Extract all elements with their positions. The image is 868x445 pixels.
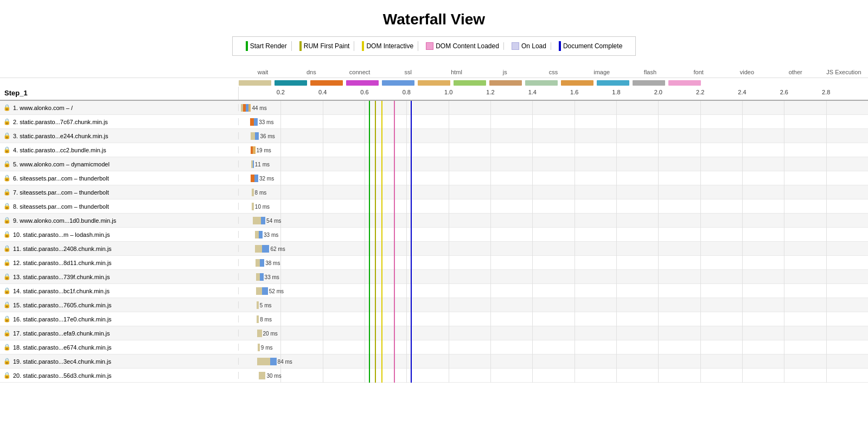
row-label-text: 16. static.parasto...17e0.chunk.min.js	[13, 316, 112, 323]
vertical-line-dom-content-loaded	[394, 101, 395, 115]
vertical-line-rum-first-paint	[375, 256, 376, 270]
vertical-line-dom-interactive	[381, 129, 382, 143]
vertical-line-dom-content-loaded	[394, 129, 395, 143]
table-row[interactable]: 🔒6. siteassets.par...com – thunderbolt32…	[0, 171, 868, 185]
grid-lines	[239, 129, 868, 143]
color-bar-2	[310, 80, 343, 86]
vertical-line-start-render	[369, 143, 370, 157]
grid-lines	[239, 115, 868, 129]
grid-lines	[239, 270, 868, 284]
row-label: 🔒2. static.parasto...7c67.chunk.min.js	[0, 118, 239, 125]
row-label: 🔒1. www.alonko.com – /	[0, 104, 239, 111]
vertical-line-document-complete	[411, 143, 412, 157]
table-row[interactable]: 🔒18. static.parasto...e674.chunk.min.js9…	[0, 340, 868, 354]
duration-label: 84 ms	[278, 358, 292, 364]
color-bar-3	[346, 80, 379, 86]
vertical-line-dom-interactive	[381, 185, 382, 199]
duration-label: 33 ms	[264, 231, 278, 237]
vertical-line-rum-first-paint	[375, 101, 376, 115]
table-row[interactable]: 🔒19. static.parasto...3ec4.chunk.min.js8…	[0, 354, 868, 369]
grid-lines	[239, 199, 868, 214]
duration-label: 44 ms	[252, 105, 266, 111]
table-row[interactable]: 🔒7. siteassets.par...com – thunderbolt8 …	[0, 185, 868, 199]
request-bar: 20 ms	[257, 330, 262, 337]
time-tick: 2.4	[738, 89, 746, 95]
vertical-line-dom-content-loaded	[394, 157, 395, 171]
color-bar-9	[561, 80, 593, 86]
table-row[interactable]: 🔒5. www.alonko.com – dynamicmodel11 ms	[0, 157, 868, 171]
timeline-cell: 38 ms	[239, 256, 868, 270]
request-bar: 9 ms	[258, 344, 260, 351]
duration-label: 33 ms	[265, 274, 279, 280]
vertical-line-dom-interactive	[381, 312, 382, 326]
table-row[interactable]: 🔒15. static.parasto...7605.chunk.min.js5…	[0, 298, 868, 312]
vertical-line-dom-interactive	[381, 298, 382, 312]
table-row[interactable]: 🔒1. www.alonko.com – /44 ms	[0, 101, 868, 115]
color-bar-4	[382, 80, 414, 86]
bar-segment	[251, 132, 255, 140]
vertical-line-dom-interactive	[381, 369, 382, 383]
bar-segment	[253, 160, 254, 168]
table-row[interactable]: 🔒8. siteassets.par...com – thunderbolt10…	[0, 199, 868, 214]
bar-segment	[252, 189, 254, 196]
row-label: 🔒7. siteassets.par...com – thunderbolt	[0, 189, 239, 196]
vertical-line-rum-first-paint	[375, 129, 376, 143]
time-tick: 1.4	[528, 89, 537, 95]
vertical-line-start-render	[369, 228, 370, 242]
vertical-line-dom-interactive	[381, 256, 382, 270]
vertical-line-dom-content-loaded	[394, 326, 395, 340]
timeline-cell: 11 ms	[239, 157, 868, 171]
column-headers: waitdnsconnectsslhtmljscssimageflashfont…	[0, 67, 868, 78]
table-row[interactable]: 🔒2. static.parasto...7c67.chunk.min.js33…	[0, 115, 868, 129]
table-row[interactable]: 🔒14. static.parasto...bc1f.chunk.min.js5…	[0, 284, 868, 298]
time-tick: 1.0	[444, 89, 452, 95]
resource-type-other: other	[771, 69, 820, 75]
resource-type-js-execution: JS Execution	[820, 69, 868, 75]
row-label: 🔒12. static.parasto...8d11.chunk.min.js	[0, 259, 239, 266]
bar-segment	[259, 372, 266, 379]
lock-icon: 🔒	[3, 146, 11, 153]
table-row[interactable]: 🔒3. static.parasto...e244.chunk.min.js36…	[0, 129, 868, 143]
vertical-line-document-complete	[411, 340, 412, 354]
timeline-cell: 20 ms	[239, 326, 868, 340]
grid-lines	[239, 340, 868, 354]
bar-segment	[262, 287, 268, 295]
row-label-text: 20. static.parasto...56d3.chunk.min.js	[13, 372, 112, 379]
duration-label: 11 ms	[255, 161, 270, 167]
color-bar-5	[418, 80, 450, 86]
bar-segment	[253, 217, 257, 224]
color-bar-0	[239, 80, 271, 86]
timeline-cell: 8 ms	[239, 185, 868, 199]
lock-icon: 🔒	[3, 330, 11, 337]
legend-label: Start Render	[250, 42, 287, 50]
vertical-line-rum-first-paint	[375, 228, 376, 242]
table-row[interactable]: 🔒17. static.parasto...efa9.chunk.min.js2…	[0, 326, 868, 340]
table-row[interactable]: 🔒16. static.parasto...17e0.chunk.min.js8…	[0, 312, 868, 326]
table-row[interactable]: 🔒9. www.alonko.com...1d0.bundle.min.js54…	[0, 214, 868, 228]
vertical-line-start-render	[369, 256, 370, 270]
table-row[interactable]: 🔒13. static.parasto...739f.chunk.min.js3…	[0, 270, 868, 284]
bar-segment	[255, 132, 259, 140]
vertical-line-dom-content-loaded	[394, 228, 395, 242]
table-row[interactable]: 🔒4. static.parasto...cc2.bundle.min.js19…	[0, 143, 868, 157]
lock-icon: 🔒	[3, 160, 11, 167]
table-row[interactable]: 🔒12. static.parasto...8d11.chunk.min.js3…	[0, 256, 868, 270]
row-label-text: 10. static.parasto...m – lodash.min.js	[13, 231, 110, 238]
bar-segment	[256, 259, 260, 267]
table-row[interactable]: 🔒20. static.parasto...56d3.chunk.min.js3…	[0, 369, 868, 383]
lock-icon: 🔒	[3, 273, 11, 280]
time-tick: 0.2	[277, 89, 285, 95]
row-label-text: 7. siteassets.par...com – thunderbolt	[13, 189, 109, 196]
row-label-text: 19. static.parasto...3ec4.chunk.min.js	[13, 358, 111, 365]
table-row[interactable]: 🔒11. static.parasto...2408.chunk.min.js6…	[0, 242, 868, 256]
row-label: 🔒4. static.parasto...cc2.bundle.min.js	[0, 146, 239, 153]
waterfall-container: waitdnsconnectsslhtmljscssimageflashfont…	[0, 67, 868, 383]
vertical-line-start-render	[369, 129, 370, 143]
table-row[interactable]: 🔒10. static.parasto...m – lodash.min.js3…	[0, 228, 868, 242]
legend-label: DOM Content Loaded	[436, 42, 499, 50]
vertical-line-dom-interactive	[381, 171, 382, 185]
vertical-line-document-complete	[411, 354, 412, 369]
timeline-cell: 32 ms	[239, 171, 868, 185]
vertical-line-dom-content-loaded	[394, 171, 395, 185]
lock-icon: 🔒	[3, 132, 11, 139]
